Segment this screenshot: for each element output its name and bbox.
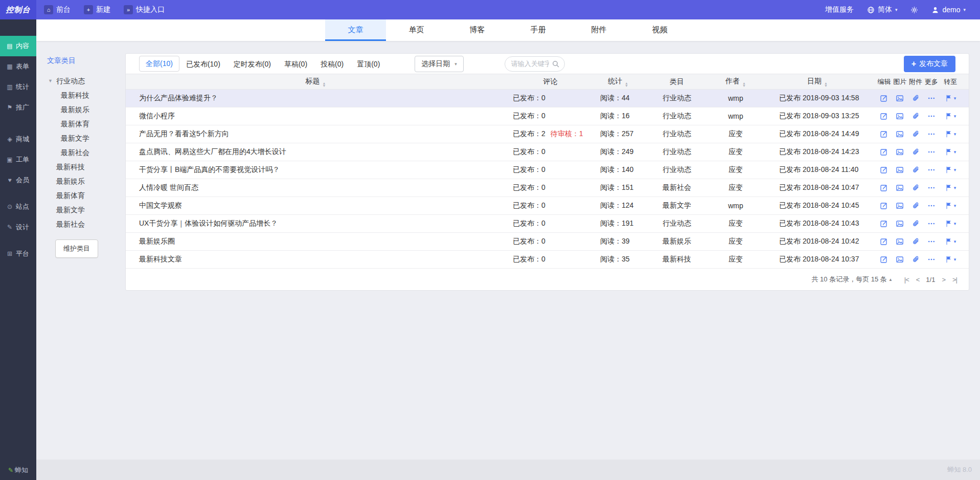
article-title-link[interactable]: 为什么产品体验难提升？: [126, 94, 506, 103]
attach-icon[interactable]: [908, 202, 924, 210]
date-filter-dropdown[interactable]: 选择日期 ▾: [415, 56, 464, 72]
attach-icon[interactable]: [908, 237, 924, 246]
goto-icon[interactable]: ▾: [939, 184, 962, 192]
more-icon[interactable]: [923, 255, 939, 264]
filter-tab-published[interactable]: 已发布(10): [179, 54, 227, 74]
first-page-button[interactable]: |<: [901, 276, 913, 283]
attach-icon[interactable]: [908, 148, 924, 156]
sidebar-item-stats[interactable]: ▥统计: [0, 77, 36, 97]
goto-icon[interactable]: ▾: [939, 148, 962, 156]
edit-icon[interactable]: [876, 202, 892, 210]
tab-page[interactable]: 单页: [386, 19, 447, 41]
attach-icon[interactable]: [908, 220, 924, 228]
filter-tab-all[interactable]: 全部(10): [139, 56, 179, 72]
image-icon[interactable]: [892, 166, 908, 174]
edit-icon[interactable]: [876, 220, 892, 228]
goto-icon[interactable]: ▾: [939, 255, 962, 264]
topmenu-item-create[interactable]: +新建: [77, 0, 117, 19]
goto-icon[interactable]: ▾: [939, 237, 962, 246]
maintain-category-button[interactable]: 维护类目: [55, 239, 98, 258]
attach-icon[interactable]: [908, 166, 924, 174]
sidebar-item-content[interactable]: ▤内容: [0, 36, 36, 56]
edit-icon[interactable]: [876, 94, 892, 102]
col-header-author[interactable]: 作者▲▼: [713, 77, 759, 87]
image-icon[interactable]: [892, 237, 908, 246]
tab-blog[interactable]: 博客: [447, 19, 508, 41]
article-title-link[interactable]: 产品无用？看看这5个新方向: [126, 129, 506, 139]
image-icon[interactable]: [892, 184, 908, 192]
attach-icon[interactable]: [908, 184, 924, 192]
filter-tab-scheduled[interactable]: 定时发布(0): [227, 54, 278, 74]
image-icon[interactable]: [892, 148, 908, 156]
more-icon[interactable]: [923, 130, 939, 138]
tree-node[interactable]: 最新娱乐: [61, 102, 131, 117]
sidebar-item-form[interactable]: ▦表单: [0, 56, 36, 77]
next-page-button[interactable]: >: [938, 276, 949, 283]
article-title-link[interactable]: 中国文学观察: [126, 201, 506, 210]
more-icon[interactable]: [923, 202, 939, 210]
tree-node[interactable]: 最新科技: [61, 88, 131, 102]
article-title-link[interactable]: 最新娱乐圈: [126, 237, 506, 246]
goto-icon[interactable]: ▾: [939, 94, 962, 102]
tab-article[interactable]: 文章: [325, 19, 386, 41]
article-title-link[interactable]: 盘点腾讯、网易这些大厂都在用的4大增长设计: [126, 147, 506, 157]
image-icon[interactable]: [892, 220, 908, 228]
edit-icon[interactable]: [876, 184, 892, 192]
more-icon[interactable]: [923, 94, 939, 102]
article-title-link[interactable]: UX干货分享｜体验设计如何驱动产品增长？: [126, 219, 506, 228]
sidebar-item-design[interactable]: ✎设计: [0, 217, 36, 237]
goto-icon[interactable]: ▾: [939, 112, 962, 120]
attach-icon[interactable]: [908, 255, 924, 264]
more-icon[interactable]: [923, 166, 939, 174]
attach-icon[interactable]: [908, 94, 924, 102]
tree-node[interactable]: 最新科技: [56, 160, 131, 174]
tree-node[interactable]: 最新文学: [56, 203, 131, 217]
sidebar-item-shop[interactable]: ◈商城: [0, 129, 36, 149]
tab-video[interactable]: 视频: [629, 19, 690, 41]
filter-tab-sticky[interactable]: 置顶(0): [350, 54, 386, 74]
article-title-link[interactable]: 人情冷暖 世间百态: [126, 183, 506, 192]
col-header-title[interactable]: 标题▲▼: [126, 77, 506, 87]
last-page-button[interactable]: >|: [949, 276, 961, 283]
col-header-date[interactable]: 日期▲▼: [759, 77, 876, 87]
filter-tab-contributed[interactable]: 投稿(0): [314, 54, 350, 74]
sidebar-item-platform[interactable]: ⊞平台: [0, 244, 36, 264]
article-title-link[interactable]: 最新科技文章: [126, 255, 506, 264]
prev-page-button[interactable]: <: [913, 276, 923, 283]
edit-icon[interactable]: [876, 148, 892, 156]
user-menu[interactable]: demo ▾: [931, 6, 966, 14]
goto-icon[interactable]: ▾: [939, 130, 962, 138]
sidebar-item-member[interactable]: ♥会员: [0, 170, 36, 190]
sidebar-item-ticket[interactable]: ▣工单: [0, 149, 36, 170]
image-icon[interactable]: [892, 94, 908, 102]
attach-icon[interactable]: [908, 130, 924, 138]
goto-icon[interactable]: ▾: [939, 166, 962, 174]
edit-icon[interactable]: [876, 166, 892, 174]
tree-node[interactable]: 最新社会: [61, 145, 131, 160]
image-icon[interactable]: [892, 255, 908, 264]
more-icon[interactable]: [923, 148, 939, 156]
topmenu-item-front[interactable]: ⌂前台: [37, 0, 77, 19]
page-size-caret-icon[interactable]: ▲: [888, 277, 893, 282]
more-icon[interactable]: [923, 112, 939, 120]
more-icon[interactable]: [923, 220, 939, 228]
more-icon[interactable]: [923, 237, 939, 246]
search-icon[interactable]: [552, 60, 560, 68]
topmenu-item-shortcut[interactable]: »快捷入口: [117, 0, 171, 19]
tree-node[interactable]: 最新社会: [56, 217, 131, 231]
attach-icon[interactable]: [908, 112, 924, 120]
tab-manual[interactable]: 手册: [508, 19, 568, 41]
tree-node[interactable]: 最新娱乐: [56, 174, 131, 188]
edit-icon[interactable]: [876, 237, 892, 246]
tab-attachment[interactable]: 附件: [568, 19, 629, 41]
filter-tab-draft[interactable]: 草稿(0): [278, 54, 314, 74]
image-icon[interactable]: [892, 202, 908, 210]
vas-link[interactable]: 增值服务: [825, 5, 854, 14]
language-switcher[interactable]: 简体 ▾: [867, 5, 898, 14]
edit-icon[interactable]: [876, 130, 892, 138]
col-header-stats[interactable]: 统计▲▼: [595, 77, 641, 87]
article-title-link[interactable]: 干货分享丨B端产品真的不需要视觉设计吗？: [126, 165, 506, 174]
image-icon[interactable]: [892, 130, 908, 138]
goto-icon[interactable]: ▾: [939, 220, 962, 228]
image-icon[interactable]: [892, 112, 908, 120]
